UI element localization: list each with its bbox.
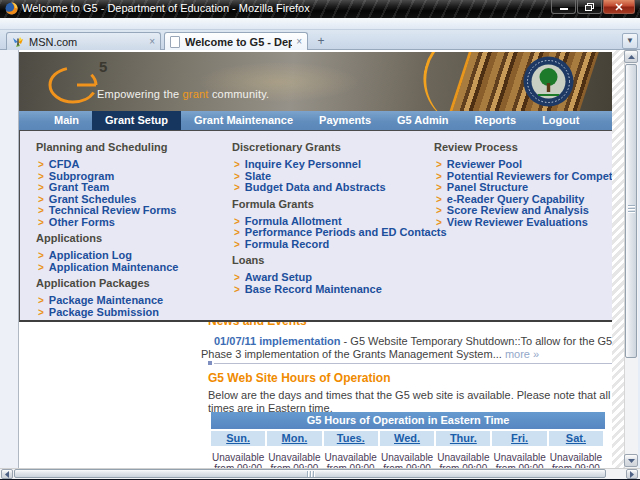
availability-cell: Unavailablefrom 09:00 — [380, 448, 434, 468]
menu-links: >Application Log>Application Maintenance — [36, 250, 232, 273]
availability-row: Unavailablefrom 09:00Unavailablefrom 09:… — [211, 448, 605, 468]
window-title: Welcome to G5 - Department of Education … — [22, 2, 310, 14]
menu-link-label: Technical Review Forms — [49, 204, 177, 216]
arrow-icon: > — [38, 159, 44, 170]
hours-heading: G5 Web Site Hours of Operation — [208, 371, 390, 385]
menu-column: Planning and Scheduling>CFDA>Subprogram>… — [36, 137, 232, 320]
scroll-right-icon[interactable] — [626, 469, 638, 479]
page-icon — [170, 36, 180, 48]
menu-heading-loans: Loans — [232, 254, 434, 266]
arrow-icon: > — [234, 182, 240, 193]
menu-link-label: Application Maintenance — [49, 261, 179, 273]
day-link[interactable]: Fri. — [511, 432, 528, 444]
restore-button[interactable] — [577, 0, 602, 14]
msn-butterfly-icon — [12, 36, 24, 48]
menu-link-label: CFDA — [49, 158, 80, 170]
day-link[interactable]: Sun. — [226, 432, 250, 444]
day-header-sat: Sat. — [549, 431, 603, 446]
nav-item-g5-admin[interactable]: G5 Admin — [384, 111, 462, 130]
menu-link-base-record-maintenance[interactable]: >Base Record Maintenance — [232, 284, 434, 296]
menu-links: >Package Maintenance>Package Submission — [36, 295, 232, 318]
availability-cell: Unavailablefrom 09:00 — [436, 448, 490, 468]
availability-line1: Unavailable — [436, 452, 490, 463]
arrow-icon: > — [38, 217, 44, 228]
arrow-icon: > — [38, 171, 44, 182]
menu-link-other-forms[interactable]: >Other Forms — [36, 217, 232, 229]
day-header-thur: Thur. — [436, 431, 490, 446]
menu-link-label: Package Submission — [49, 306, 159, 318]
list-all-tabs-icon[interactable]: ▼ — [622, 33, 638, 49]
vertical-scrollbar-thumb[interactable] — [625, 64, 637, 358]
menu-links: >Award Setup>Base Record Maintenance — [232, 272, 434, 295]
menu-links: >Reviewer Pool>Potential Reviewers for C… — [434, 159, 610, 228]
arrow-icon: > — [436, 205, 442, 216]
nav-item-main[interactable]: Main — [41, 111, 92, 130]
menu-link-label: Application Log — [49, 249, 132, 261]
minimize-button[interactable] — [551, 0, 576, 14]
tab-label: Welcome to G5 - Departm... — [185, 36, 292, 48]
arrow-icon: > — [234, 159, 240, 170]
arrow-icon: > — [38, 262, 44, 273]
browser-window: Welcome to G5 - Department of Education … — [0, 0, 640, 480]
menu-link-label: Score Review and Analysis — [447, 204, 589, 216]
day-link[interactable]: Thur. — [450, 432, 477, 444]
menu-link-view-reviewer-evaluations[interactable]: >View Reviewer Evaluations — [434, 217, 610, 229]
menu-column: Discretionary Grants>Inquire Key Personn… — [232, 137, 434, 320]
close-button[interactable] — [603, 0, 635, 14]
menu-link-label: Formula Record — [245, 238, 329, 250]
tab-g5-active[interactable]: Welcome to G5 - Departm... × — [164, 32, 308, 50]
availability-cell: Unavailablefrom 09:00 — [492, 448, 546, 468]
menu-link-label: Package Maintenance — [49, 294, 163, 306]
divider-square — [208, 361, 212, 365]
menu-link-label: Formula Allotment — [245, 215, 342, 227]
arrow-icon: > — [38, 295, 44, 306]
tab-msn[interactable]: MSN.com × — [6, 32, 161, 50]
title-bar[interactable]: Welcome to G5 - Department of Education … — [0, 0, 640, 18]
scroll-left-icon[interactable] — [1, 469, 13, 479]
menu-link-label: Performance Periods and ED Contacts — [245, 226, 447, 238]
menu-links: >CFDA>Subprogram>Grant Team>Grant Schedu… — [36, 159, 232, 228]
scroll-down-icon[interactable] — [624, 454, 638, 467]
tab-close-icon[interactable]: × — [296, 37, 302, 47]
arrow-icon: > — [38, 307, 44, 318]
menu-heading-formula-grants: Formula Grants — [232, 198, 434, 210]
arrow-icon: > — [234, 272, 240, 283]
horizontal-scrollbar-thumb[interactable] — [14, 469, 606, 478]
menu-link-label: Other Forms — [49, 216, 115, 228]
menu-link-budget-data-and-abstracts[interactable]: >Budget Data and Abstracts — [232, 182, 434, 194]
arrow-icon: > — [436, 194, 442, 205]
menu-heading-application-packages: Application Packages — [36, 277, 232, 289]
day-link[interactable]: Mon. — [282, 432, 308, 444]
arrow-icon: > — [38, 194, 44, 205]
news-date-link[interactable]: 01/07/11 implementation — [214, 335, 341, 347]
availability-line1: Unavailable — [267, 452, 321, 463]
nav-item-reports[interactable]: Reports — [462, 111, 530, 130]
tab-close-icon[interactable]: × — [149, 37, 155, 47]
nav-item-payments[interactable]: Payments — [306, 111, 384, 130]
day-link[interactable]: Wed. — [394, 432, 420, 444]
day-header-fri: Fri. — [492, 431, 546, 446]
day-link[interactable]: Sat. — [566, 432, 586, 444]
menu-link-package-submission[interactable]: >Package Submission — [36, 307, 232, 319]
menu-column: Review Process>Reviewer Pool>Potential R… — [434, 137, 610, 320]
page-edge-stripes — [612, 50, 624, 468]
arrow-icon: > — [38, 205, 44, 216]
nav-item-logout[interactable]: Logout — [529, 111, 592, 130]
nav-item-grant-setup[interactable]: Grant Setup — [92, 111, 181, 130]
availability-cell: Unavailablefrom 09:00 — [267, 448, 321, 468]
more-link[interactable]: more » — [505, 348, 539, 360]
menu-link-formula-record[interactable]: >Formula Record — [232, 239, 434, 251]
menu-link-label: Panel Structure — [447, 181, 528, 193]
page-viewport: 5 Empowering the grant community. MainGr… — [18, 50, 612, 468]
hours-table-title: G5 Hours of Operation in Eastern Time — [211, 412, 605, 429]
day-link[interactable]: Tues. — [337, 432, 365, 444]
menu-link-label: View Reviewer Evaluations — [447, 216, 588, 228]
scroll-up-icon[interactable] — [624, 50, 638, 63]
day-header-tues: Tues. — [324, 431, 378, 446]
tagline: Empowering the grant community. — [97, 88, 269, 100]
new-tab-button[interactable]: + — [312, 35, 330, 49]
menu-link-label: Subprogram — [49, 170, 114, 182]
nav-item-grant-maintenance[interactable]: Grant Maintenance — [181, 111, 306, 130]
day-header-wed: Wed. — [380, 431, 434, 446]
menu-link-application-maintenance[interactable]: >Application Maintenance — [36, 262, 232, 274]
